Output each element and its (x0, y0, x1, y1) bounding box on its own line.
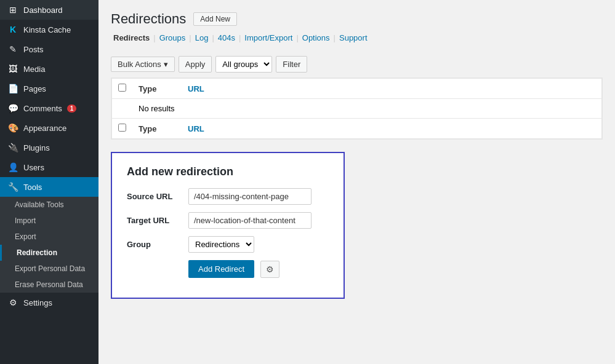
select-all-checkbox[interactable] (118, 84, 126, 92)
sidebar-item-label: Plugins (23, 143, 50, 152)
apply-button[interactable]: Apply (179, 56, 212, 73)
sidebar-item-available-tools[interactable]: Available Tools (0, 197, 98, 213)
tab-options[interactable]: Options (300, 33, 332, 42)
tab-support[interactable]: Support (337, 33, 370, 42)
tf-checkbox (112, 119, 133, 139)
sidebar-item-label: Appearance (23, 124, 66, 133)
redirects-table: Type URL No results Type URL (111, 78, 602, 139)
sidebar-sub-label: Erase Personal Data (15, 280, 83, 289)
sidebar-item-tools[interactable]: 🔧 Tools ◀ (0, 177, 98, 197)
sidebar-item-kinsta[interactable]: K Kinsta Cache (0, 20, 98, 39)
sidebar-item-label: Users (23, 163, 44, 172)
comments-icon: 💬 (7, 103, 18, 113)
group-dropdown[interactable]: Redirections (188, 236, 254, 253)
sidebar-item-label: Tools (23, 183, 42, 192)
settings-icon: ⚙ (7, 298, 18, 307)
bulk-actions-button[interactable]: Bulk Actions ▾ (111, 57, 175, 72)
sidebar-item-label: Posts (23, 45, 44, 54)
tab-groups[interactable]: Groups (157, 33, 188, 42)
group-select[interactable]: All groups (215, 56, 272, 73)
sidebar-item-label: Comments (23, 104, 62, 113)
sidebar-item-import[interactable]: Import (0, 213, 98, 229)
gear-icon: ⚙ (266, 264, 274, 274)
add-redirect-button[interactable]: Add Redirect (188, 260, 254, 278)
tab-import-export[interactable]: Import/Export (242, 33, 295, 42)
sidebar-sub-label: Export Personal Data (15, 264, 85, 273)
sidebar-item-settings[interactable]: ⚙ Settings (0, 293, 98, 312)
select-all-footer-checkbox[interactable] (118, 124, 126, 132)
sidebar-item-label: Kinsta Cache (23, 25, 71, 34)
sidebar-item-users[interactable]: 👤 Users (0, 157, 98, 177)
group-label: Group (127, 240, 182, 249)
page-title: Redirections (111, 11, 186, 27)
table-header-row: Type URL (112, 79, 602, 99)
sidebar-item-pages[interactable]: 📄 Pages (0, 79, 98, 98)
source-url-row: Source URL (127, 188, 329, 205)
sidebar-item-posts[interactable]: ✎ Posts (0, 39, 98, 59)
media-icon: 🖼 (7, 64, 18, 74)
sidebar-item-dashboard[interactable]: ⊞ Dashboard (0, 0, 98, 20)
tools-icon: 🔧 (7, 182, 18, 192)
redirects-table-top: Type URL No results Type URL (111, 77, 603, 140)
target-url-input[interactable] (188, 212, 312, 229)
sidebar-item-label: Dashboard (23, 6, 63, 15)
th-checkbox (112, 79, 133, 99)
tools-arrow-icon: ◀ (90, 180, 98, 194)
th-url: URL (182, 79, 602, 99)
sidebar-item-appearance[interactable]: 🎨 Appearance (0, 118, 98, 138)
posts-icon: ✎ (7, 44, 18, 54)
table-toolbar: Bulk Actions ▾ Apply All groups Filter (111, 51, 603, 77)
target-url-label: Target URL (127, 216, 182, 225)
tools-submenu: Available Tools Import Export Redirectio… (0, 197, 98, 293)
sidebar-sub-label: Import (15, 216, 36, 225)
sidebar-item-comments[interactable]: 💬 Comments 1 (0, 98, 98, 118)
tf-url: URL (182, 119, 602, 139)
kinsta-icon: K (7, 25, 18, 34)
tab-log[interactable]: Log (193, 33, 211, 42)
add-redirection-title: Add new redirection (127, 165, 329, 178)
users-icon: 👤 (7, 162, 18, 172)
group-row: Group Redirections (127, 236, 329, 253)
main-content: Redirections Add New Redirects | Groups … (98, 0, 615, 364)
submit-row: Add Redirect ⚙ (127, 260, 329, 278)
no-results-row: No results (112, 99, 602, 119)
settings-gear-button[interactable]: ⚙ (260, 261, 279, 278)
source-url-input[interactable] (188, 188, 312, 205)
sidebar-item-label: Pages (23, 84, 46, 93)
tf-type: Type (132, 119, 182, 139)
table-footer-row: Type URL (112, 119, 602, 139)
sidebar-sub-label: Available Tools (15, 200, 64, 209)
nav-tabs: Redirects | Groups | Log | 404s | Import… (111, 33, 603, 42)
sidebar-item-label: Settings (23, 298, 52, 307)
pages-icon: 📄 (7, 84, 18, 93)
comments-badge: 1 (67, 105, 77, 113)
sidebar-item-plugins[interactable]: 🔌 Plugins (0, 138, 98, 157)
add-redirection-panel: Add new redirection Source URL Target UR… (111, 152, 345, 299)
no-results-cell: No results (132, 99, 602, 119)
sidebar-sub-label: Redirection (17, 248, 57, 257)
sidebar-item-redirection[interactable]: Redirection (0, 245, 98, 261)
sidebar-item-label: Media (23, 65, 45, 74)
sidebar-item-export[interactable]: Export (0, 229, 98, 245)
sidebar: ⊞ Dashboard K Kinsta Cache ✎ Posts 🖼 Med… (0, 0, 98, 364)
dropdown-arrow-icon: ▾ (164, 60, 168, 69)
source-url-label: Source URL (127, 192, 182, 201)
tab-redirects[interactable]: Redirects (111, 33, 152, 42)
target-url-row: Target URL (127, 212, 329, 229)
sidebar-sub-label: Export (15, 232, 36, 241)
th-type: Type (132, 79, 182, 99)
appearance-icon: 🎨 (7, 123, 18, 133)
page-title-row: Redirections Add New (111, 11, 603, 27)
tab-404s[interactable]: 404s (215, 33, 238, 42)
plugins-icon: 🔌 (7, 143, 18, 152)
dashboard-icon: ⊞ (7, 5, 18, 15)
sidebar-item-erase-personal[interactable]: Erase Personal Data (0, 277, 98, 293)
add-new-button[interactable]: Add New (193, 12, 237, 26)
sidebar-item-media[interactable]: 🖼 Media (0, 59, 98, 79)
filter-button[interactable]: Filter (276, 56, 307, 73)
sidebar-item-export-personal[interactable]: Export Personal Data (0, 261, 98, 277)
